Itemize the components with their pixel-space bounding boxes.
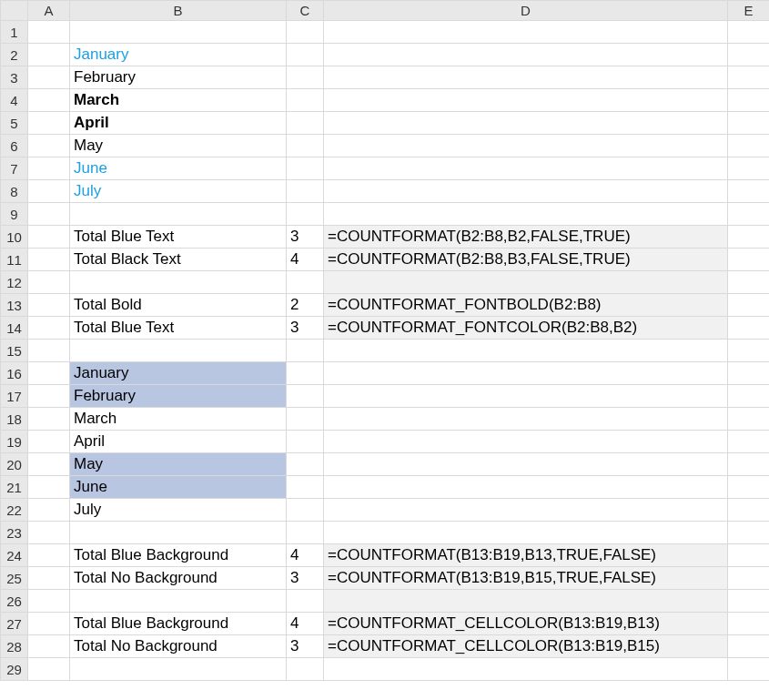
cell-A15[interactable] (28, 340, 70, 362)
row-header-16[interactable]: 16 (1, 362, 28, 385)
cell-E22[interactable] (728, 499, 770, 522)
row-header-1[interactable]: 1 (1, 21, 28, 44)
cell-E29[interactable] (728, 658, 770, 681)
row-header-9[interactable]: 9 (1, 203, 28, 226)
row-header-3[interactable]: 3 (1, 66, 28, 89)
row-header-4[interactable]: 4 (1, 89, 28, 112)
cell-C24[interactable]: 4 (287, 544, 324, 567)
cell-A1[interactable] (28, 21, 70, 44)
cell-E1[interactable] (728, 21, 770, 44)
cell-C9[interactable] (287, 203, 324, 226)
cell-C28[interactable]: 3 (287, 635, 324, 658)
cell-E13[interactable] (728, 294, 770, 317)
cell-A29[interactable] (28, 658, 70, 681)
cell-D14[interactable]: =COUNTFORMAT_FONTCOLOR(B2:B8,B2) (324, 317, 728, 340)
cell-A6[interactable] (28, 135, 70, 157)
cell-C12[interactable] (287, 271, 324, 294)
col-header-D[interactable]: D (324, 1, 728, 21)
cell-E9[interactable] (728, 203, 770, 226)
cell-D22[interactable] (324, 499, 728, 522)
cell-E24[interactable] (728, 544, 770, 567)
cell-C17[interactable] (287, 385, 324, 408)
row-header-17[interactable]: 17 (1, 385, 28, 408)
cell-E12[interactable] (728, 271, 770, 294)
cell-A19[interactable] (28, 431, 70, 453)
cell-D26[interactable] (324, 590, 728, 613)
cell-D21[interactable] (324, 476, 728, 499)
cell-D6[interactable] (324, 135, 728, 157)
cell-E11[interactable] (728, 249, 770, 271)
cell-B16[interactable]: January (70, 362, 287, 385)
row-header-2[interactable]: 2 (1, 44, 28, 66)
cell-E6[interactable] (728, 135, 770, 157)
cell-A26[interactable] (28, 590, 70, 613)
cell-D29[interactable] (324, 658, 728, 681)
cell-A4[interactable] (28, 89, 70, 112)
cell-B8[interactable]: July (70, 180, 287, 203)
cell-E4[interactable] (728, 89, 770, 112)
cell-C1[interactable] (287, 21, 324, 44)
cell-B18[interactable]: March (70, 408, 287, 431)
cell-C5[interactable] (287, 112, 324, 135)
cell-E17[interactable] (728, 385, 770, 408)
cell-C25[interactable]: 3 (287, 567, 324, 590)
cell-B13[interactable]: Total Bold (70, 294, 287, 317)
cell-B22[interactable]: July (70, 499, 287, 522)
cell-B14[interactable]: Total Blue Text (70, 317, 287, 340)
cell-E28[interactable] (728, 635, 770, 658)
row-header-28[interactable]: 28 (1, 635, 28, 658)
cell-A2[interactable] (28, 44, 70, 66)
cell-B9[interactable] (70, 203, 287, 226)
cell-E8[interactable] (728, 180, 770, 203)
cell-D7[interactable] (324, 157, 728, 180)
col-header-E[interactable]: E (728, 1, 770, 21)
row-header-6[interactable]: 6 (1, 135, 28, 157)
row-header-23[interactable]: 23 (1, 522, 28, 544)
cell-A28[interactable] (28, 635, 70, 658)
cell-B24[interactable]: Total Blue Background (70, 544, 287, 567)
row-header-7[interactable]: 7 (1, 157, 28, 180)
cell-A17[interactable] (28, 385, 70, 408)
row-header-10[interactable]: 10 (1, 226, 28, 249)
cell-D19[interactable] (324, 431, 728, 453)
row-header-11[interactable]: 11 (1, 249, 28, 271)
row-header-18[interactable]: 18 (1, 408, 28, 431)
cell-D17[interactable] (324, 385, 728, 408)
cell-E15[interactable] (728, 340, 770, 362)
cell-B28[interactable]: Total No Background (70, 635, 287, 658)
cell-B2[interactable]: January (70, 44, 287, 66)
cell-D13[interactable]: =COUNTFORMAT_FONTBOLD(B2:B8) (324, 294, 728, 317)
cell-D20[interactable] (324, 453, 728, 476)
cell-D5[interactable] (324, 112, 728, 135)
cell-B6[interactable]: May (70, 135, 287, 157)
cell-C26[interactable] (287, 590, 324, 613)
cell-B12[interactable] (70, 271, 287, 294)
cell-E19[interactable] (728, 431, 770, 453)
cell-C7[interactable] (287, 157, 324, 180)
cell-A27[interactable] (28, 613, 70, 635)
cell-A21[interactable] (28, 476, 70, 499)
cell-E26[interactable] (728, 590, 770, 613)
cell-A14[interactable] (28, 317, 70, 340)
col-header-C[interactable]: C (287, 1, 324, 21)
cell-E14[interactable] (728, 317, 770, 340)
cell-B27[interactable]: Total Blue Background (70, 613, 287, 635)
cell-D3[interactable] (324, 66, 728, 89)
row-header-20[interactable]: 20 (1, 453, 28, 476)
spreadsheet-grid[interactable]: A B C D E 12January3February4March5April… (0, 0, 769, 681)
cell-C13[interactable]: 2 (287, 294, 324, 317)
cell-D27[interactable]: =COUNTFORMAT_CELLCOLOR(B13:B19,B13) (324, 613, 728, 635)
cell-E5[interactable] (728, 112, 770, 135)
cell-B21[interactable]: June (70, 476, 287, 499)
cell-A23[interactable] (28, 522, 70, 544)
cell-A24[interactable] (28, 544, 70, 567)
cell-A13[interactable] (28, 294, 70, 317)
row-header-8[interactable]: 8 (1, 180, 28, 203)
cell-B29[interactable] (70, 658, 287, 681)
col-header-A[interactable]: A (28, 1, 70, 21)
cell-D1[interactable] (324, 21, 728, 44)
cell-C19[interactable] (287, 431, 324, 453)
cell-E21[interactable] (728, 476, 770, 499)
cell-E10[interactable] (728, 226, 770, 249)
cell-B19[interactable]: April (70, 431, 287, 453)
